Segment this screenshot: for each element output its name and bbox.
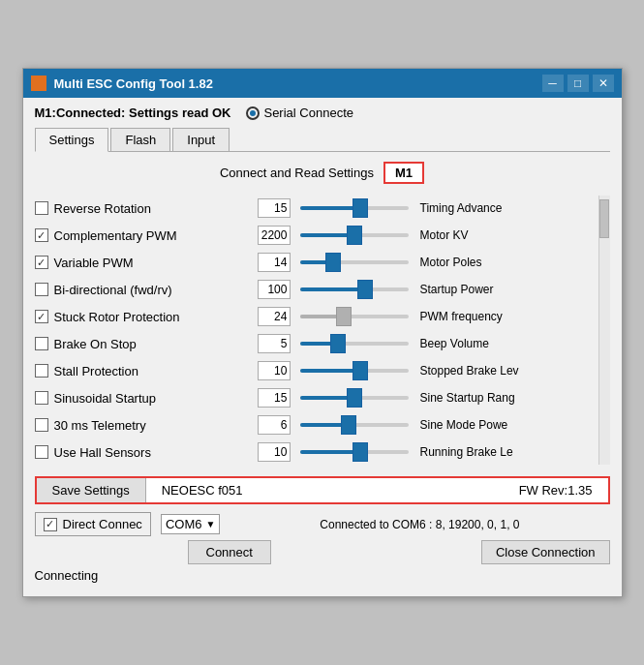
checkbox-brake-on-stop[interactable]: [35, 337, 48, 350]
minimize-button[interactable]: ─: [542, 75, 564, 92]
label-sinusoidal-startup: Sinusoidal Startup: [54, 391, 157, 406]
slider-motor-poles[interactable]: [296, 250, 412, 275]
slider-sine-startup[interactable]: [296, 385, 412, 410]
bottom-status-bar: Direct Connec COM6 ▼ Connected to COM6 :…: [35, 512, 610, 536]
label-30ms-telemetry: 30 ms Telemetry: [54, 418, 146, 433]
direct-connect-checkbox-group: Direct Connec: [35, 512, 151, 536]
esc-info: NEOESC f051 FW Rev:1.35: [146, 479, 608, 501]
slider-running-brake[interactable]: [296, 439, 412, 465]
param-row-7: 15: [258, 385, 413, 410]
fw-rev: FW Rev:1.35: [519, 483, 593, 498]
slider-timing-advance[interactable]: [296, 196, 412, 221]
checkbox-variable-pwm[interactable]: [35, 256, 48, 269]
label-running-brake: Running Brake Le: [413, 445, 513, 459]
right-label-6: Stopped Brake Lev: [413, 358, 598, 383]
tab-settings[interactable]: Settings: [35, 128, 109, 152]
connect-read-row: Connect and Read Settings M1: [35, 162, 610, 184]
checkbox-column: Reverse Rotation Complementary PWM Varia…: [35, 196, 258, 465]
right-label-0: Timing Advance: [413, 196, 598, 221]
connect-button[interactable]: Connect: [188, 540, 271, 564]
scroll-thumb[interactable]: [599, 199, 609, 238]
checkbox-stall-protection[interactable]: [35, 364, 48, 378]
input-beep-volume[interactable]: 5: [258, 334, 291, 353]
input-running-brake[interactable]: 10: [258, 442, 291, 462]
close-connection-button[interactable]: Close Connection: [481, 540, 610, 564]
checkbox-reverse-rotation[interactable]: [35, 201, 48, 215]
input-sine-mode-power[interactable]: 6: [258, 415, 291, 435]
slider-startup-power[interactable]: [296, 277, 412, 302]
content-area: M1:Connected: Settings read OK Serial Co…: [23, 98, 622, 596]
status-bar: M1:Connected: Settings read OK Serial Co…: [35, 106, 610, 120]
right-label-9: Running Brake Le: [413, 439, 598, 465]
label-beep-volume: Beep Volume: [413, 337, 489, 350]
right-label-5: Beep Volume: [413, 331, 598, 356]
checkbox-direct-connect[interactable]: [44, 518, 57, 531]
param-row-0: 15: [258, 196, 413, 221]
connect-read-label: Connect and Read Settings: [220, 166, 374, 180]
slider-beep-volume[interactable]: [296, 331, 412, 356]
connecting-status-row: Connecting: [35, 564, 610, 585]
right-label-8: Sine Mode Powe: [413, 412, 598, 438]
dropdown-arrow-icon: ▼: [205, 519, 215, 529]
label-pwm-frequency: PWM frequency: [413, 310, 503, 323]
label-variable-pwm: Variable PWM: [54, 256, 134, 270]
checkbox-sinusoidal-startup[interactable]: [35, 391, 48, 405]
slider-stopped-brake[interactable]: [296, 358, 412, 383]
checkbox-row-4: Stuck Rotor Protection: [35, 304, 258, 329]
scrollbar[interactable]: [598, 196, 610, 465]
checkbox-row-0: Reverse Rotation: [35, 196, 258, 221]
main-window: Multi ESC Config Tool 1.82 ─ □ ✕ M1:Conn…: [22, 68, 623, 597]
settings-area: Reverse Rotation Complementary PWM Varia…: [35, 196, 610, 465]
checkbox-row-5: Brake On Stop: [35, 331, 258, 356]
footer-bar: Save Settings NEOESC f051 FW Rev:1.35: [35, 476, 610, 504]
tab-input[interactable]: Input: [172, 128, 230, 151]
direct-connect-label: Direct Connec: [63, 517, 142, 531]
connection-info-text: Connected to COM6 : 8, 19200, 0, 1, 0: [230, 518, 609, 531]
close-button[interactable]: ✕: [593, 75, 614, 92]
checkbox-row-2: Variable PWM: [35, 250, 258, 275]
window-controls: ─ □ ✕: [542, 75, 614, 92]
window-title: Multi ESC Config Tool 1.82: [54, 76, 542, 91]
input-motor-poles[interactable]: 14: [258, 253, 291, 272]
checkbox-stuck-rotor[interactable]: [35, 310, 48, 323]
label-stuck-rotor: Stuck Rotor Protection: [54, 310, 180, 324]
param-row-5: 5: [258, 331, 413, 356]
label-hall-sensors: Use Hall Sensors: [54, 445, 151, 460]
label-sine-mode-power: Sine Mode Powe: [413, 418, 508, 432]
input-timing-advance[interactable]: 15: [258, 198, 291, 218]
slider-pwm-frequency[interactable]: [296, 304, 412, 329]
right-label-3: Startup Power: [413, 277, 598, 302]
maximize-button[interactable]: □: [567, 75, 589, 92]
serial-radio-group: Serial Connecte: [246, 106, 353, 120]
input-sine-startup[interactable]: 15: [258, 388, 291, 408]
slider-sine-mode-power[interactable]: [296, 412, 412, 438]
label-stall-protection: Stall Protection: [54, 364, 138, 378]
tab-flash[interactable]: Flash: [110, 128, 170, 151]
param-row-9: 10: [258, 439, 413, 465]
save-settings-button[interactable]: Save Settings: [37, 478, 146, 502]
serial-radio[interactable]: [246, 106, 260, 120]
checkbox-complementary-pwm[interactable]: [35, 228, 48, 242]
m1-button[interactable]: M1: [383, 162, 424, 184]
param-row-2: 14: [258, 250, 413, 275]
com-port-select[interactable]: COM6 ▼: [161, 514, 220, 534]
action-bar: Connect Close Connection: [35, 540, 610, 564]
serial-label: Serial Connecte: [263, 106, 353, 120]
app-icon: [31, 76, 46, 91]
checkbox-30ms-telemetry[interactable]: [35, 418, 48, 432]
input-pwm-frequency[interactable]: 24: [258, 307, 291, 326]
label-sine-startup: Sine Startup Rang: [413, 391, 515, 405]
input-stopped-brake[interactable]: 10: [258, 361, 291, 380]
checkbox-row-8: 30 ms Telemetry: [35, 412, 258, 438]
tab-bar: Settings Flash Input: [35, 128, 610, 152]
settings-grid: Reverse Rotation Complementary PWM Varia…: [35, 196, 598, 465]
input-motor-kv[interactable]: 2200: [258, 226, 291, 245]
titlebar: Multi ESC Config Tool 1.82 ─ □ ✕: [23, 69, 622, 98]
checkbox-bidirectional[interactable]: [35, 283, 48, 296]
param-row-4: 24: [258, 304, 413, 329]
checkbox-row-7: Sinusoidal Startup: [35, 385, 258, 410]
slider-motor-kv[interactable]: [296, 223, 412, 248]
input-startup-power[interactable]: 100: [258, 280, 291, 299]
label-column: Timing Advance Motor KV Motor Poles Star…: [413, 196, 598, 465]
checkbox-hall-sensors[interactable]: [35, 445, 48, 459]
